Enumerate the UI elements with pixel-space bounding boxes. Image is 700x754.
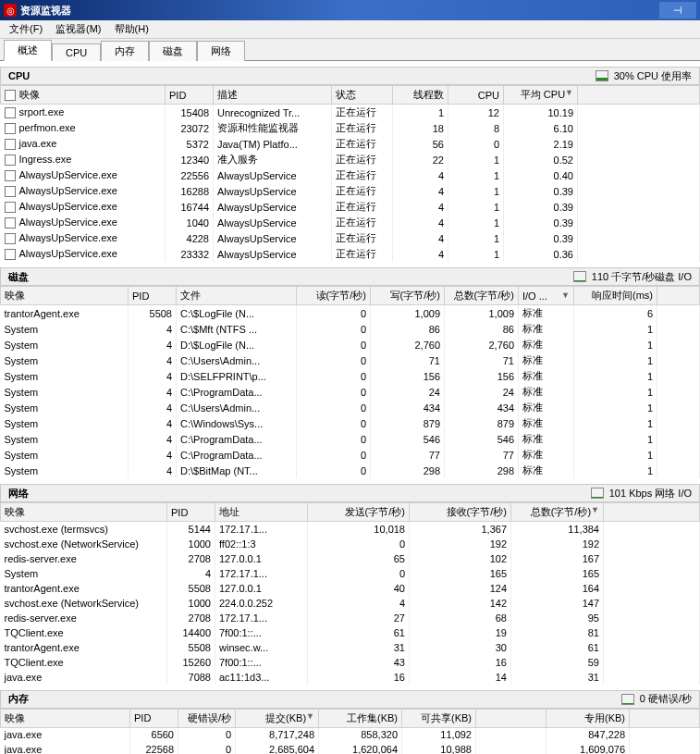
cell: 1: [574, 352, 657, 368]
col-desc[interactable]: 描述: [214, 86, 332, 105]
table-row[interactable]: System4C:\Windows\Sys...0879879标准1: [1, 415, 700, 431]
col-image[interactable]: 映像: [1, 503, 167, 522]
window-title: 资源监视器: [20, 4, 71, 18]
row-checkbox[interactable]: [5, 249, 16, 260]
table-row[interactable]: svchost.exe (termsvcs)5144172.17.1...10,…: [1, 522, 700, 537]
table-row[interactable]: AlwaysUpService.exe 16288AlwaysUpService…: [1, 183, 700, 199]
col-pid[interactable]: PID: [166, 86, 214, 105]
row-checkbox[interactable]: [5, 217, 16, 229]
table-row[interactable]: perfmon.exe 23072资源和性能监视器正在运行1886.10: [1, 120, 700, 136]
col-image[interactable]: 映像: [1, 287, 129, 305]
cell: 16288: [166, 183, 214, 199]
table-row[interactable]: trantorAgent.exe5508127.0.0.140124164: [1, 581, 700, 596]
cell: 61: [308, 625, 410, 640]
header-checkbox[interactable]: [5, 90, 16, 101]
table-row[interactable]: svchost.exe (NetworkService)1000224.0.0.…: [1, 596, 700, 611]
table-row[interactable]: AlwaysUpService.exe 23332AlwaysUpService…: [1, 246, 700, 262]
col-total[interactable]: 总数(字节/秒)▼: [511, 503, 604, 522]
section-header-network[interactable]: 网络 101 Kbps 网络 I/O: [0, 484, 700, 502]
col-threads[interactable]: 线程数: [393, 86, 448, 105]
table-row[interactable]: srport.exe 15408Unrecognized Tr...正在运行11…: [1, 105, 700, 121]
col-pid[interactable]: PID: [129, 287, 177, 305]
row-checkbox[interactable]: [5, 233, 16, 244]
table-row[interactable]: System4C:\ProgramData...0546546标准1: [1, 431, 700, 447]
cell: 4: [129, 337, 177, 352]
col-hard-faults[interactable]: 硬错误/秒: [178, 709, 236, 727]
col-file[interactable]: 文件: [177, 287, 297, 305]
col-private[interactable]: 专用(KB): [546, 709, 630, 727]
col-send[interactable]: 发送(字节/秒): [308, 503, 410, 522]
col-avg-cpu[interactable]: 平均 CPU▼: [504, 86, 578, 105]
menu-file[interactable]: 文件(F): [4, 20, 48, 38]
menu-monitor[interactable]: 监视器(M): [50, 20, 107, 38]
col-pid[interactable]: PID: [167, 503, 215, 522]
col-commit[interactable]: 提交(KB)▼: [236, 709, 319, 727]
section-header-memory[interactable]: 内存 0 硬错误/秒: [0, 690, 700, 709]
section-header-disk[interactable]: 磁盘 110 千字节/秒磁盘 I/O: [0, 267, 700, 286]
col-shareable[interactable]: 可共享(KB): [402, 709, 476, 727]
row-checkbox[interactable]: [5, 107, 16, 118]
col-working-set[interactable]: 工作集(KB): [319, 709, 402, 727]
table-row[interactable]: TQClient.exe144007f00:1::...611981: [1, 625, 700, 640]
table-row[interactable]: System4C:\Users\Admin...07171标准1: [1, 352, 700, 368]
table-row[interactable]: System4C:\Users\Admin...0434434标准1: [1, 400, 700, 415]
cell: 1: [448, 167, 504, 183]
col-image[interactable]: 映像: [1, 86, 166, 105]
tab-memory[interactable]: 内存: [101, 41, 149, 61]
col-cpu[interactable]: CPU: [448, 86, 504, 105]
tab-network[interactable]: 网络: [197, 41, 245, 61]
row-checkbox[interactable]: [5, 123, 16, 134]
cell: 127.0.0.1: [215, 581, 308, 596]
table-row[interactable]: TQClient.exe152607f00:1::...431659: [1, 655, 700, 670]
cell: C:\ProgramData...: [177, 431, 297, 447]
table-row[interactable]: AlwaysUpService.exe 22556AlwaysUpService…: [1, 167, 700, 183]
cell: C:\ProgramData...: [177, 447, 297, 463]
tab-cpu[interactable]: CPU: [52, 43, 101, 61]
table-row[interactable]: redis-server.exe2708127.0.0.165102167: [1, 551, 700, 566]
col-status[interactable]: 状态: [332, 86, 393, 105]
section-header-cpu[interactable]: CPU 30% CPU 使用率: [0, 67, 700, 85]
window-control-unknown[interactable]: ⊣: [659, 2, 696, 19]
cell: 标准: [519, 368, 574, 384]
table-row[interactable]: redis-server.exe2708172.17.1...276895: [1, 611, 700, 625]
col-io-prio[interactable]: I/O ...▼: [519, 287, 574, 305]
table-row[interactable]: java.exe 5372Java(TM) Platfo...正在运行5602.…: [1, 136, 700, 152]
row-checkbox[interactable]: [5, 202, 16, 213]
cell: 0: [297, 463, 371, 478]
table-row[interactable]: svchost.exe (NetworkService)1000ff02::1:…: [1, 537, 700, 551]
table-row[interactable]: System4C:\ProgramData...02424标准1: [1, 384, 700, 400]
table-row[interactable]: AlwaysUpService.exe 4228AlwaysUpService正…: [1, 230, 700, 246]
table-row[interactable]: System4D:\$LogFile (N...02,7602,760标准1: [1, 337, 700, 352]
row-checkbox[interactable]: [5, 170, 16, 181]
col-write[interactable]: 写(字节/秒): [371, 287, 445, 305]
col-read[interactable]: 读(字节/秒): [297, 287, 371, 305]
tab-overview[interactable]: 概述: [4, 40, 52, 61]
col-response-time[interactable]: 响应时间(ms): [574, 287, 657, 305]
cell: System: [1, 384, 129, 400]
table-row[interactable]: System4D:\SELFPRINT\p...0156156标准1: [1, 368, 700, 384]
table-row[interactable]: java.exe656008,717,248858,32011,092847,2…: [1, 727, 700, 742]
table-row[interactable]: System4C:\$Mft (NTFS ...08686标准1: [1, 321, 700, 337]
menu-help[interactable]: 帮助(H): [109, 20, 154, 38]
table-row[interactable]: java.exe2256802,685,6041,620,06410,9881,…: [1, 742, 700, 754]
cell: 7f00:1::...: [215, 625, 308, 640]
table-row[interactable]: java.exe7088ac11:1d3...161431: [1, 670, 700, 685]
row-checkbox[interactable]: [5, 186, 16, 197]
table-row[interactable]: trantorAgent.exe5508C:\$LogFile (N...01,…: [1, 305, 700, 322]
col-image[interactable]: 映像: [1, 709, 130, 727]
cell: 192: [511, 537, 604, 551]
table-row[interactable]: System4172.17.1...0165165: [1, 566, 700, 581]
table-row[interactable]: trantorAgent.exe5508winsec.w...313061: [1, 640, 700, 655]
col-total[interactable]: 总数(字节/秒): [445, 287, 519, 305]
table-row[interactable]: System4C:\ProgramData...07777标准1: [1, 447, 700, 463]
table-row[interactable]: AlwaysUpService.exe 1040AlwaysUpService正…: [1, 215, 700, 230]
col-recv[interactable]: 接收(字节/秒): [410, 503, 511, 522]
table-row[interactable]: System4D:\$BitMap (NT...0298298标准1: [1, 463, 700, 478]
row-checkbox[interactable]: [5, 139, 16, 150]
table-row[interactable]: Ingress.exe 12340准入服务正在运行2210.52: [1, 152, 700, 167]
row-checkbox[interactable]: [5, 155, 16, 166]
table-row[interactable]: AlwaysUpService.exe 16744AlwaysUpService…: [1, 199, 700, 215]
col-address[interactable]: 地址: [215, 503, 308, 522]
col-pid[interactable]: PID: [130, 709, 178, 727]
tab-disk[interactable]: 磁盘: [149, 41, 197, 61]
